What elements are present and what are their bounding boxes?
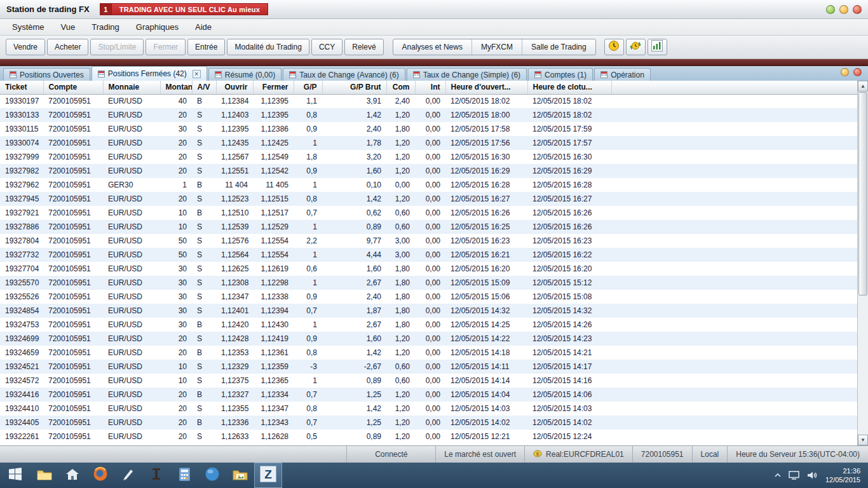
toolbar-button-acheter[interactable]: Acheter xyxy=(47,39,88,55)
table-cell[interactable]: 19327999 xyxy=(0,150,43,164)
table-cell[interactable]: B xyxy=(192,318,216,332)
table-cell[interactable]: 0,00 xyxy=(415,430,445,444)
table-cell[interactable]: 12/05/2015 15:12 xyxy=(527,276,611,290)
table-cell[interactable]: B xyxy=(192,416,216,430)
table-cell[interactable]: 1,12365 xyxy=(253,374,294,388)
table-cell[interactable]: 0,00 xyxy=(415,346,445,360)
table-cell[interactable]: 10 xyxy=(160,360,192,374)
table-row[interactable]: 193277047200105951EUR/USD30S1,126251,126… xyxy=(0,262,857,276)
column-header-g-p-brut[interactable]: G/P Brut xyxy=(322,81,386,94)
table-cell[interactable]: 19327886 xyxy=(0,220,43,234)
table-cell[interactable]: 2,40 xyxy=(322,122,386,136)
table-cell[interactable]: 1,1 xyxy=(294,94,322,108)
table-cell[interactable]: 0,00 xyxy=(415,234,445,248)
table-cell[interactable]: 12/05/2015 16:29 xyxy=(527,164,611,178)
table-cell[interactable]: 1,12343 xyxy=(253,416,294,430)
tab-positions-ferm-es-42[interactable]: Positions Fermées (42)× xyxy=(92,66,207,81)
table-cell[interactable]: S xyxy=(192,164,216,178)
table-cell[interactable]: 12/05/2015 17:57 xyxy=(527,136,611,150)
table-cell[interactable]: 12/05/2015 16:28 xyxy=(527,178,611,192)
table-row[interactable]: 193300747200105951EUR/USD20S1,124351,124… xyxy=(0,136,857,150)
table-cell[interactable]: 0,00 xyxy=(415,388,445,402)
table-cell[interactable]: S xyxy=(192,360,216,374)
table-cell[interactable]: 12/05/2015 16:20 xyxy=(527,262,611,276)
table-cell[interactable]: 12/05/2015 17:58 xyxy=(445,122,527,136)
table-cell[interactable]: 7200105951 xyxy=(43,94,103,108)
scrollbar-thumb[interactable] xyxy=(858,92,867,295)
table-cell[interactable]: 0,00 xyxy=(415,416,445,430)
table-cell[interactable]: 12/05/2015 14:03 xyxy=(527,402,611,416)
column-header-heure-de-clotu[interactable]: Heure de clotu... xyxy=(527,81,611,94)
table-cell[interactable]: 1,12327 xyxy=(216,388,253,402)
table-cell[interactable]: 19327921 xyxy=(0,206,43,220)
close-button[interactable] xyxy=(853,5,862,14)
table-cell[interactable]: EUR/USD xyxy=(103,388,160,402)
table-cell[interactable]: EUR/USD xyxy=(103,346,160,360)
table-cell[interactable]: EUR/USD xyxy=(103,402,160,416)
table-cell[interactable]: 12/05/2015 16:23 xyxy=(445,234,527,248)
table-cell[interactable]: 1 xyxy=(294,276,322,290)
table-cell[interactable]: 0,89 xyxy=(322,220,386,234)
table-cell[interactable]: 1,12420 xyxy=(216,318,253,332)
table-cell[interactable]: 3,00 xyxy=(386,248,415,262)
table-cell[interactable]: 1,12510 xyxy=(216,206,253,220)
table-cell[interactable]: 11 405 xyxy=(253,178,294,192)
tab-positions-ouvertes[interactable]: Positions Ouvertes xyxy=(3,68,90,81)
table-cell[interactable]: 20 xyxy=(160,388,192,402)
table-cell[interactable]: 12/05/2015 14:18 xyxy=(445,346,527,360)
tab-r-sum-0-00[interactable]: Résumé (0,00) xyxy=(208,68,281,81)
table-cell[interactable]: S xyxy=(192,402,216,416)
table-cell[interactable]: 30 xyxy=(160,122,192,136)
taskbar-app-home[interactable] xyxy=(58,463,86,488)
table-cell[interactable]: 0,00 xyxy=(415,262,445,276)
table-cell[interactable]: S xyxy=(192,136,216,150)
toolbar-link-salle-de-trading[interactable]: Salle de Trading xyxy=(522,39,595,55)
table-cell[interactable]: 1,80 xyxy=(386,276,415,290)
table-cell[interactable]: 19324416 xyxy=(0,388,43,402)
table-cell[interactable]: 1,12425 xyxy=(253,136,294,150)
table-cell[interactable]: 1 xyxy=(294,220,322,234)
column-header-ouvrir[interactable]: Ouvrir xyxy=(216,81,253,94)
table-cell[interactable]: S xyxy=(192,304,216,318)
column-header-heure-d-ouvert[interactable]: Heure d'ouvert... xyxy=(445,81,527,94)
table-cell[interactable]: EUR/USD xyxy=(103,276,160,290)
table-cell[interactable]: 1,12395 xyxy=(253,94,294,108)
table-cell[interactable]: 1,12564 xyxy=(216,248,253,262)
table-cell[interactable]: EUR/USD xyxy=(103,234,160,248)
table-cell[interactable]: EUR/USD xyxy=(103,248,160,262)
table-cell[interactable]: 1,12542 xyxy=(253,164,294,178)
table-cell[interactable]: S xyxy=(192,122,216,136)
table-cell[interactable]: 1,20 xyxy=(386,346,415,360)
table-cell[interactable]: 0,00 xyxy=(415,122,445,136)
table-cell[interactable]: 1,80 xyxy=(386,290,415,304)
table-cell[interactable]: 1,42 xyxy=(322,108,386,122)
table-row[interactable]: 193247537200105951EUR/USD30B1,124201,124… xyxy=(0,318,857,332)
table-row[interactable]: 193246597200105951EUR/USD20B1,123531,123… xyxy=(0,346,857,360)
table-cell[interactable]: 7200105951 xyxy=(43,388,103,402)
taskbar-clock[interactable]: 21:36 12/05/2015 xyxy=(825,466,860,485)
table-cell[interactable]: S xyxy=(192,290,216,304)
table-cell[interactable]: EUR/USD xyxy=(103,122,160,136)
table-cell[interactable]: 0,00 xyxy=(415,94,445,108)
table-cell[interactable]: 40 xyxy=(160,94,192,108)
refresh-time-button[interactable] xyxy=(626,39,646,55)
table-cell[interactable]: 1,25 xyxy=(322,388,386,402)
table-cell[interactable]: 7200105951 xyxy=(43,178,103,192)
maximize-button[interactable] xyxy=(839,5,848,14)
table-cell[interactable]: 12/05/2015 16:22 xyxy=(527,248,611,262)
table-row[interactable]: 193277327200105951EUR/USD50S1,125641,125… xyxy=(0,248,857,262)
charts-button[interactable] xyxy=(648,39,667,55)
table-cell[interactable]: 1,60 xyxy=(322,332,386,346)
table-cell[interactable]: 19327732 xyxy=(0,248,43,262)
table-cell[interactable]: 19330197 xyxy=(0,94,43,108)
table-cell[interactable]: 0,00 xyxy=(415,220,445,234)
table-cell[interactable]: 0,00 xyxy=(415,192,445,206)
table-cell[interactable]: 0,9 xyxy=(294,164,322,178)
table-cell[interactable]: 7200105951 xyxy=(43,108,103,122)
table-cell[interactable]: 1,12395 xyxy=(253,108,294,122)
table-cell[interactable]: 12/05/2015 16:27 xyxy=(445,192,527,206)
table-cell[interactable]: GER30 xyxy=(103,178,160,192)
table-cell[interactable]: S xyxy=(192,248,216,262)
toolbar-button-ccy[interactable]: CCY xyxy=(311,39,342,55)
table-cell[interactable]: 1,42 xyxy=(322,402,386,416)
